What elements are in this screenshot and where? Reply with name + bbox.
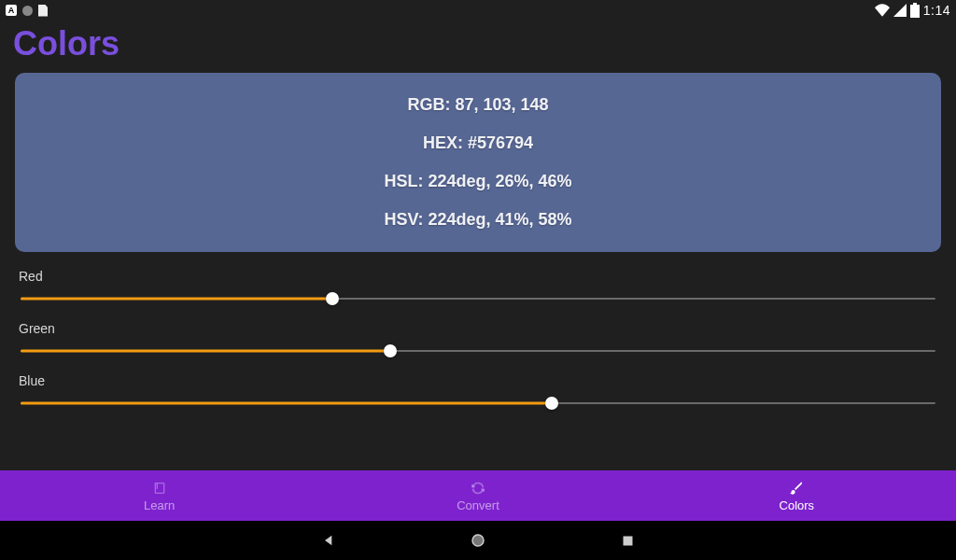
nav-learn[interactable]: Learn [0, 470, 318, 521]
home-button[interactable] [469, 531, 487, 550]
red-slider-fill [21, 298, 332, 301]
back-button[interactable] [319, 531, 338, 550]
battery-icon [910, 3, 920, 18]
recent-apps-button[interactable] [618, 531, 637, 550]
brush-icon [788, 480, 805, 497]
app-indicator-icon: A [6, 5, 17, 16]
document-status-icon [38, 5, 48, 17]
red-slider-label: Red [15, 269, 941, 284]
svg-rect-3 [623, 536, 632, 545]
green-slider-label: Green [15, 321, 941, 336]
svg-rect-0 [913, 3, 917, 5]
green-slider-fill [21, 350, 390, 353]
nav-colors-label: Colors [780, 498, 815, 512]
status-bar: A 1:14 [0, 0, 956, 21]
color-preview-panel: RGB: 87, 103, 148 HEX: #576794 HSL: 224d… [15, 73, 941, 252]
hsl-value: HSL: 224deg, 26%, 46% [384, 172, 571, 191]
hsv-value: HSV: 224deg, 41%, 58% [384, 210, 571, 230]
status-clock: 1:14 [923, 3, 950, 18]
nav-learn-label: Learn [144, 498, 175, 512]
blue-slider[interactable] [15, 394, 941, 413]
green-slider[interactable] [15, 342, 941, 360]
circle-status-icon [22, 6, 33, 16]
blue-slider-label: Blue [15, 373, 941, 388]
book-icon [151, 480, 168, 497]
bottom-nav: Learn Convert Colors [0, 470, 956, 521]
android-system-nav [0, 521, 956, 560]
green-slider-thumb[interactable] [384, 344, 397, 357]
blue-slider-thumb[interactable] [545, 397, 558, 410]
hex-value: HEX: #576794 [423, 133, 533, 153]
nav-convert-label: Convert [457, 498, 499, 512]
red-slider-thumb[interactable] [326, 292, 339, 305]
page-title: Colors [0, 21, 956, 73]
blue-slider-fill [21, 402, 552, 405]
wifi-icon [875, 4, 890, 17]
svg-point-2 [472, 535, 484, 546]
refresh-icon [470, 480, 486, 497]
rgb-value: RGB: 87, 103, 148 [407, 95, 548, 115]
nav-colors[interactable]: Colors [638, 470, 956, 521]
cell-signal-icon [893, 4, 907, 17]
nav-convert[interactable]: Convert [318, 470, 637, 521]
svg-rect-1 [910, 5, 920, 18]
red-slider[interactable] [15, 289, 941, 308]
